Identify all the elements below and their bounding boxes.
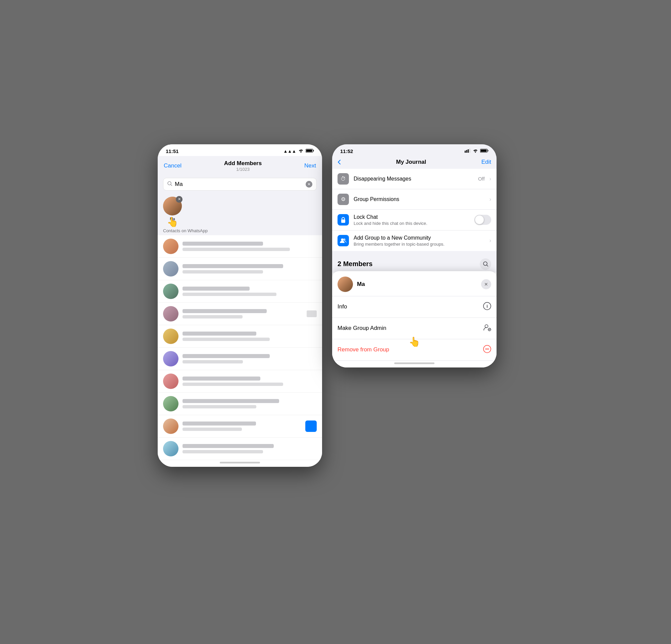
svg-line-4 bbox=[171, 185, 172, 186]
selected-members-area: ✕ Ma 👆 bbox=[158, 194, 322, 225]
contact-avatar bbox=[163, 396, 178, 412]
remove-icon bbox=[483, 345, 491, 355]
svg-text:i: i bbox=[486, 304, 488, 309]
svg-rect-10 bbox=[481, 149, 487, 152]
context-sheet-header: Ma ✕ bbox=[332, 271, 496, 296]
group-nav-bar: My Journal Edit bbox=[332, 156, 496, 169]
list-item[interactable] bbox=[158, 370, 322, 393]
add-community-row[interactable]: Add Group to a New Community Bring membe… bbox=[332, 230, 496, 251]
members-title: 2 Members bbox=[338, 260, 373, 268]
list-item[interactable] bbox=[158, 415, 322, 438]
contact-info bbox=[182, 444, 317, 453]
signal-icon: ▲▲▲ bbox=[283, 149, 296, 154]
lock-chat-row[interactable]: Lock Chat Lock and hide this chat on thi… bbox=[332, 210, 496, 230]
contacts-list bbox=[158, 235, 322, 460]
lock-chat-sublabel: Lock and hide this chat on this device. bbox=[354, 221, 470, 226]
lock-chat-toggle[interactable] bbox=[474, 215, 491, 225]
lock-chat-label: Lock Chat bbox=[354, 214, 470, 220]
contacts-header: Contacts on WhatsApp bbox=[158, 225, 322, 235]
list-item[interactable] bbox=[158, 393, 322, 415]
members-search-button[interactable] bbox=[480, 258, 491, 270]
svg-rect-7 bbox=[468, 149, 469, 153]
contact-info bbox=[182, 421, 301, 431]
contact-avatar bbox=[163, 239, 178, 254]
member-count: 1/1023 bbox=[224, 167, 262, 172]
permissions-icon: ⚙ bbox=[338, 194, 349, 205]
contact-select-badge bbox=[305, 420, 317, 432]
home-indicator-left bbox=[158, 460, 322, 467]
list-item[interactable] bbox=[158, 235, 322, 258]
chevron-icon: › bbox=[490, 196, 491, 202]
contact-avatar bbox=[163, 374, 178, 389]
svg-point-14 bbox=[343, 239, 345, 241]
disappearing-messages-row[interactable]: ⏱ Disappearing Messages Off › bbox=[332, 169, 496, 189]
edit-button[interactable]: Edit bbox=[481, 159, 491, 165]
svg-rect-5 bbox=[465, 151, 466, 153]
settings-section: ⏱ Disappearing Messages Off › ⚙ Group Pe… bbox=[332, 169, 496, 251]
contact-avatar bbox=[163, 283, 178, 299]
back-button[interactable] bbox=[338, 160, 341, 165]
permissions-label: Group Permissions bbox=[354, 196, 485, 202]
home-indicator-right bbox=[332, 361, 496, 367]
context-close-button[interactable]: ✕ bbox=[481, 279, 491, 289]
context-info-label: Info bbox=[338, 303, 347, 310]
time-right: 11:52 bbox=[340, 148, 353, 154]
chevron-icon: › bbox=[490, 176, 491, 182]
svg-point-23 bbox=[485, 325, 488, 328]
battery-icon-right bbox=[480, 149, 489, 154]
list-item[interactable] bbox=[158, 325, 322, 348]
community-text: Add Group to a New Community Bring membe… bbox=[354, 235, 485, 247]
context-info-item[interactable]: Info i bbox=[332, 296, 496, 318]
list-item[interactable] bbox=[158, 303, 322, 325]
svg-rect-12 bbox=[341, 219, 345, 223]
next-button[interactable]: Next bbox=[304, 162, 316, 169]
lock-icon bbox=[338, 214, 349, 226]
left-phone: 11:51 ▲▲▲ Cancel Add Members 1/1023 Next bbox=[158, 144, 322, 467]
contacts-section: Contacts on WhatsApp bbox=[158, 225, 322, 460]
contact-info bbox=[182, 354, 317, 364]
community-label: Add Group to a New Community bbox=[354, 235, 485, 241]
svg-rect-1 bbox=[306, 149, 312, 152]
search-bar-wrapper: Ma ✕ bbox=[158, 175, 322, 194]
search-icon bbox=[167, 181, 172, 187]
status-bar-right: 11:52 bbox=[332, 144, 496, 156]
members-section-header: 2 Members bbox=[332, 255, 496, 273]
contact-avatar bbox=[163, 418, 178, 434]
group-title: My Journal bbox=[396, 159, 426, 165]
svg-line-16 bbox=[487, 265, 488, 266]
time-left: 11:51 bbox=[166, 148, 178, 154]
context-admin-label: Make Group Admin bbox=[338, 325, 387, 331]
contact-avatar bbox=[163, 329, 178, 344]
contact-avatar bbox=[163, 261, 178, 277]
selected-member-chip: ✕ Ma 👆 bbox=[163, 197, 182, 221]
search-bar[interactable]: Ma ✕ bbox=[163, 178, 317, 191]
group-permissions-row[interactable]: ⚙ Group Permissions › bbox=[332, 189, 496, 210]
svg-point-15 bbox=[483, 262, 487, 265]
context-avatar bbox=[338, 277, 353, 292]
contact-info bbox=[182, 377, 317, 386]
list-item[interactable] bbox=[158, 258, 322, 280]
permissions-text: Group Permissions bbox=[354, 196, 485, 202]
context-remove-label: Remove from Group bbox=[338, 346, 389, 353]
disappearing-text: Disappearing Messages bbox=[354, 176, 473, 182]
wifi-icon bbox=[298, 149, 304, 154]
list-item[interactable] bbox=[158, 348, 322, 370]
chip-remove-button[interactable]: ✕ bbox=[176, 196, 182, 203]
list-item[interactable] bbox=[158, 438, 322, 460]
disappearing-icon: ⏱ bbox=[338, 173, 349, 185]
search-clear-button[interactable]: ✕ bbox=[306, 181, 312, 188]
search-input[interactable]: Ma bbox=[175, 181, 303, 188]
status-bar-left: 11:51 ▲▲▲ bbox=[158, 144, 322, 156]
contact-avatar bbox=[163, 441, 178, 456]
info-icon: i bbox=[483, 302, 491, 312]
disappearing-label: Disappearing Messages bbox=[354, 176, 473, 182]
contact-right-badge bbox=[307, 311, 317, 317]
signal-icon-right bbox=[465, 149, 471, 154]
svg-rect-11 bbox=[488, 150, 489, 151]
contact-avatar bbox=[163, 306, 178, 321]
cursor-icon: 👆 bbox=[409, 336, 420, 348]
battery-icon bbox=[306, 149, 314, 154]
list-item[interactable] bbox=[158, 280, 322, 303]
cursor-hand-icon: 👆 bbox=[167, 216, 178, 228]
cancel-button[interactable]: Cancel bbox=[164, 162, 181, 169]
